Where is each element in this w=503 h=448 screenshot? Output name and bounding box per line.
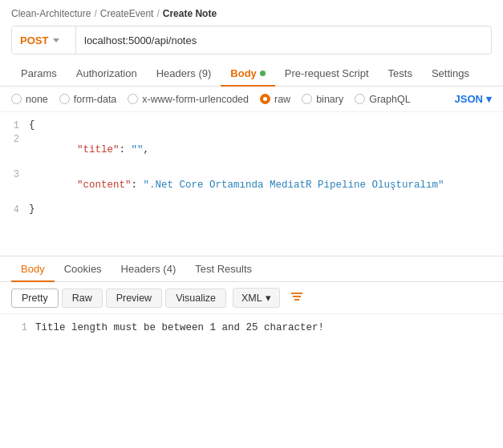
url-input[interactable] <box>76 34 491 46</box>
line-num-2: 2 <box>0 133 29 145</box>
format-none[interactable]: none <box>11 94 48 105</box>
breadcrumb-sep-1: / <box>94 8 96 19</box>
line-num-1: 1 <box>0 119 29 131</box>
resp-visualize-button[interactable]: Visualize <box>165 289 226 308</box>
code-line-1: 1 { <box>0 119 503 132</box>
radio-none <box>11 94 22 104</box>
body-format-row: none form-data x-www-form-urlencoded raw… <box>0 87 503 112</box>
radio-raw <box>260 94 270 104</box>
tab-settings[interactable]: Settings <box>422 61 479 86</box>
xml-dropdown[interactable]: XML ▾ <box>233 288 280 308</box>
resp-raw-button[interactable]: Raw <box>62 289 103 308</box>
resp-tab-cookies[interactable]: Cookies <box>55 256 112 281</box>
breadcrumb-create-event[interactable]: CreateEvent <box>100 8 154 19</box>
radio-form-data <box>59 94 70 104</box>
json-dropdown[interactable]: JSON ▾ <box>455 93 492 105</box>
response-line-1: 1 Title length must be between 1 and 25 … <box>11 322 492 333</box>
tab-headers[interactable]: Headers (9) <box>147 61 221 86</box>
tab-authorization[interactable]: Authorization <box>67 61 147 86</box>
line-content-3: "content": ".Net Core Ortamında MediatR … <box>29 168 503 202</box>
breadcrumb: Clean-Architecture / CreateEvent / Creat… <box>0 0 503 26</box>
line-num-3: 3 <box>0 168 29 180</box>
resp-line-text-1: Title length must be between 1 and 25 ch… <box>35 322 324 333</box>
breadcrumb-sep-2: / <box>156 8 159 19</box>
format-raw[interactable]: raw <box>260 94 290 105</box>
resp-line-num-1: 1 <box>11 322 27 333</box>
tab-body[interactable]: Body <box>221 61 275 86</box>
filter-icon[interactable] <box>290 290 304 305</box>
line-content-2: "title": "", <box>29 133 503 167</box>
method-chevron-icon <box>53 38 59 42</box>
resp-preview-button[interactable]: Preview <box>106 289 162 308</box>
tab-params[interactable]: Params <box>11 61 67 86</box>
resp-tab-headers[interactable]: Headers (4) <box>112 256 186 281</box>
request-tabs: Params Authorization Headers (9) Body Pr… <box>0 61 503 87</box>
line-content-1: { <box>29 119 503 131</box>
code-line-3: 3 "content": ".Net Core Ortamında Mediat… <box>0 167 503 203</box>
radio-graphql <box>355 94 365 104</box>
body-active-dot <box>260 71 266 76</box>
format-binary[interactable]: binary <box>302 94 343 105</box>
breadcrumb-clean-architecture[interactable]: Clean-Architecture <box>11 8 91 19</box>
format-graphql[interactable]: GraphQL <box>355 94 410 105</box>
radio-urlencoded <box>128 94 138 104</box>
code-editor[interactable]: 1 { 2 "title": "", 3 "content": ".Net Co… <box>0 112 503 256</box>
format-form-data[interactable]: form-data <box>59 94 117 105</box>
radio-binary <box>302 94 312 104</box>
json-chevron-icon: ▾ <box>486 93 492 105</box>
format-urlencoded[interactable]: x-www-form-urlencoded <box>128 94 249 105</box>
tab-pre-request-script[interactable]: Pre-request Script <box>275 61 379 86</box>
line-num-4: 4 <box>0 204 29 216</box>
breadcrumb-current: Create Note <box>163 8 217 19</box>
resp-tab-test-results[interactable]: Test Results <box>185 256 262 281</box>
tab-tests[interactable]: Tests <box>379 61 422 86</box>
line-content-4: } <box>29 204 503 215</box>
xml-chevron-icon: ▾ <box>266 292 271 304</box>
url-bar: POST <box>11 26 492 54</box>
code-line-2: 2 "title": "", <box>0 132 503 167</box>
response-tabs: Body Cookies Headers (4) Test Results <box>0 256 503 282</box>
resp-tab-body[interactable]: Body <box>11 256 55 281</box>
response-body: 1 Title length must be between 1 and 25 … <box>0 314 503 341</box>
method-select[interactable]: POST <box>12 26 76 54</box>
method-label: POST <box>20 34 48 46</box>
response-format-row: Pretty Raw Preview Visualize XML ▾ <box>0 282 503 314</box>
resp-pretty-button[interactable]: Pretty <box>11 289 59 308</box>
code-line-4: 4 } <box>0 203 503 216</box>
response-section: Body Cookies Headers (4) Test Results Pr… <box>0 256 503 341</box>
